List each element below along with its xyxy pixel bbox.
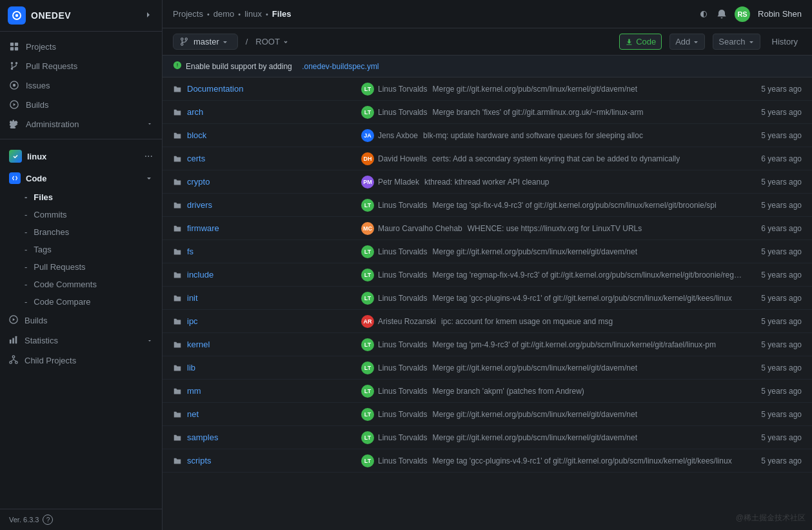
file-name-link[interactable]: scripts xyxy=(187,456,212,465)
author-avatar: LT xyxy=(361,385,374,398)
notifications-button[interactable] xyxy=(717,9,727,19)
commit-time: 5 years ago xyxy=(750,410,802,419)
sidebar-item-statistics[interactable]: Statistics xyxy=(0,331,162,351)
folder-icon xyxy=(173,387,182,396)
root-path[interactable]: ROOT xyxy=(255,37,289,46)
commit-message: Merge tag 'regmap-fix-v4.9-rc3' of git:/… xyxy=(433,270,743,280)
sidebar-item-builds[interactable]: Builds xyxy=(0,95,162,114)
sidebar-item-code-pull-requests[interactable]: - Pull Requests xyxy=(15,258,162,276)
file-name-link[interactable]: samples xyxy=(187,433,218,442)
commit-time: 5 years ago xyxy=(750,387,802,396)
branch-actions: Code Add Search History xyxy=(619,34,802,50)
author-avatar: JA xyxy=(361,129,374,142)
sidebar-item-child-projects[interactable]: Child Projects xyxy=(0,351,162,371)
commit-message-cell: AR Aristeu Rozanski ipc: account for kme… xyxy=(361,315,742,328)
topbar-actions: RS Robin Shen xyxy=(698,6,802,22)
sidebar-item-pull-requests[interactable]: Pull Requests xyxy=(0,56,162,76)
sidebar-item-projects[interactable]: Projects xyxy=(0,37,162,56)
author-name: Mauro Carvalho Chehab xyxy=(378,224,462,233)
file-name-link[interactable]: certs xyxy=(187,154,205,163)
grid-icon xyxy=(9,41,19,52)
sidebar-item-commits[interactable]: - Commits xyxy=(15,206,162,223)
search-button[interactable]: Search xyxy=(713,34,760,50)
file-name-cell: crypto xyxy=(173,177,353,187)
breadcrumb-demo[interactable]: demo xyxy=(213,9,235,19)
commit-author: LT Linus Torvalds xyxy=(361,338,428,351)
code-download-button[interactable]: Code xyxy=(619,34,662,50)
file-name-link[interactable]: include xyxy=(187,270,213,280)
svg-rect-3 xyxy=(15,43,18,46)
table-row: drivers LT Linus Torvalds Merge tag 'spi… xyxy=(163,194,812,217)
svg-point-1 xyxy=(15,14,19,17)
file-name-link[interactable]: init xyxy=(187,293,198,303)
history-button[interactable]: History xyxy=(768,34,802,49)
user-name[interactable]: Robin Shen xyxy=(758,9,802,19)
sidebar-footer: Ver. 6.3.3 ? xyxy=(0,509,162,530)
breadcrumb-linux[interactable]: linux xyxy=(244,9,262,19)
breadcrumb-projects[interactable]: Projects xyxy=(173,9,203,19)
sidebar: ONEDEV Projects Pull Requests Issues xyxy=(0,0,163,530)
commit-message: Merge branch 'fixes' of git://git.armlin… xyxy=(433,108,644,117)
file-name-link[interactable]: lib xyxy=(187,363,195,372)
author-name: Aristeu Rozanski xyxy=(378,317,436,326)
folder-icon xyxy=(173,456,182,465)
author-avatar: AR xyxy=(361,315,374,328)
file-name-link[interactable]: mm xyxy=(187,386,201,396)
help-button[interactable]: ? xyxy=(43,515,53,525)
sidebar-item-code-compare[interactable]: - Code Compare xyxy=(15,293,162,311)
sidebar-item-branches[interactable]: - Branches xyxy=(15,223,162,241)
file-name-link[interactable]: block xyxy=(187,130,206,140)
file-name-link[interactable]: Documentation xyxy=(187,84,243,94)
file-name-link[interactable]: net xyxy=(187,409,199,419)
file-name-link[interactable]: arch xyxy=(187,107,203,117)
commit-message-cell: LT Linus Torvalds Merge git://git.kernel… xyxy=(361,408,742,421)
sidebar-item-issues[interactable]: Issues xyxy=(0,76,162,95)
commit-author: LT Linus Torvalds xyxy=(361,269,428,281)
commit-message: Merge tag 'gcc-plugins-v4.9-rc1' of git:… xyxy=(433,456,732,465)
author-name: David Howells xyxy=(378,154,427,163)
commit-time: 5 years ago xyxy=(750,131,802,140)
table-row: arch LT Linus Torvalds Merge branch 'fix… xyxy=(163,101,812,124)
project-more-button[interactable]: ··· xyxy=(144,150,153,162)
commit-author: LT Linus Torvalds xyxy=(361,83,428,96)
commit-message-cell: LT Linus Torvalds Merge tag 'spi-fix-v4.… xyxy=(361,199,742,212)
breadcrumb-sep-1: • xyxy=(207,10,210,18)
sidebar-item-files[interactable]: - Files xyxy=(15,189,162,206)
theme-toggle-button[interactable] xyxy=(698,9,709,19)
svg-point-19 xyxy=(181,38,183,40)
file-name-link[interactable]: crypto xyxy=(187,177,210,187)
build-notice-icon xyxy=(173,61,182,72)
sidebar-item-builds-project[interactable]: Builds xyxy=(0,311,162,331)
branch-dropdown-icon xyxy=(222,39,228,45)
add-button[interactable]: Add xyxy=(669,34,705,50)
folder-icon xyxy=(173,178,182,187)
commit-time: 5 years ago xyxy=(750,433,802,442)
file-name-link[interactable]: drivers xyxy=(187,200,212,210)
sidebar-item-code-comments[interactable]: - Code Comments xyxy=(15,276,162,293)
file-name-link[interactable]: ipc xyxy=(187,316,198,326)
sidebar-item-label: Issues xyxy=(26,81,50,90)
author-avatar: LT xyxy=(361,338,374,351)
sidebar-item-administration[interactable]: Administration xyxy=(0,114,162,134)
file-name-link[interactable]: kernel xyxy=(187,340,210,349)
commit-message-cell: LT Linus Torvalds Merge git://git.kernel… xyxy=(361,245,742,258)
file-name-cell: ipc xyxy=(173,316,353,326)
svg-point-10 xyxy=(13,84,15,87)
svg-rect-5 xyxy=(15,47,18,50)
commit-message-cell: LT Linus Torvalds Merge tag 'gcc-plugins… xyxy=(361,454,742,467)
file-name-link[interactable]: fs xyxy=(187,247,193,256)
sidebar-item-tags[interactable]: - Tags xyxy=(15,241,162,258)
commit-author: LT Linus Torvalds xyxy=(361,454,428,467)
admin-expand-arrow xyxy=(146,121,153,127)
branch-name: master xyxy=(193,37,219,46)
commit-time: 5 years ago xyxy=(750,363,802,372)
sidebar-collapse-button[interactable] xyxy=(144,10,154,22)
statistics-icon xyxy=(9,335,18,346)
commit-message: ipc: account for kmem usage on mqueue an… xyxy=(441,317,613,326)
file-name-link[interactable]: firmware xyxy=(187,223,219,233)
code-section-header[interactable]: Code xyxy=(0,168,162,189)
svg-rect-14 xyxy=(12,338,14,343)
author-avatar: LT xyxy=(361,431,374,444)
build-notice-link[interactable]: .onedev-buildspec.yml xyxy=(302,62,379,71)
branch-selector[interactable]: master xyxy=(173,34,238,50)
